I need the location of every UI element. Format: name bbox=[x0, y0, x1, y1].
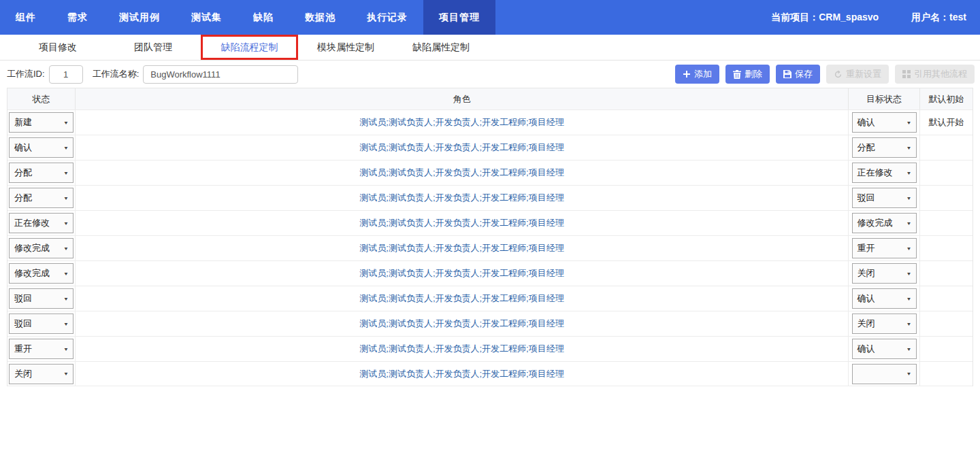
role-link[interactable]: 测试员;测试负责人;开发负责人;开发工程师;项目经理 bbox=[359, 368, 564, 380]
target-status-select[interactable]: 确认▼ bbox=[852, 288, 917, 309]
workflow-table: 状态 角色 目标状态 默认初始 新建▼ 测试员;测试负责人;开发负责人;开发工程… bbox=[7, 88, 973, 386]
workflow-toolbar: 工作流ID: 工作流名称: 添加 删除 保存 重新设置 bbox=[0, 61, 980, 88]
role-link[interactable]: 测试员;测试负责人;开发负责人;开发工程师;项目经理 bbox=[359, 318, 564, 330]
table-row: 分配▼ 测试员;测试负责人;开发负责人;开发工程师;项目经理 驳回▼ bbox=[7, 185, 973, 210]
tab-project-edit[interactable]: 项目修改 bbox=[10, 35, 105, 60]
nav-right-info: 当前项目：CRM_spasvo 用户名：test bbox=[771, 0, 980, 35]
nav-item-testsets[interactable]: 测试集 bbox=[176, 0, 238, 35]
status-select[interactable]: 正在修改▼ bbox=[9, 213, 74, 233]
chevron-down-icon: ▼ bbox=[63, 321, 69, 326]
status-select[interactable]: 驳回▼ bbox=[9, 288, 74, 309]
status-select[interactable]: 分配▼ bbox=[9, 163, 74, 183]
role-link[interactable]: 测试员;测试负责人;开发负责人;开发工程师;项目经理 bbox=[359, 141, 564, 154]
status-select[interactable]: 分配▼ bbox=[9, 188, 74, 208]
workflow-name-label: 工作流名称: bbox=[93, 68, 140, 80]
header-role: 角色 bbox=[76, 88, 849, 109]
save-icon bbox=[783, 70, 791, 78]
target-status-select[interactable]: 驳回▼ bbox=[852, 188, 917, 208]
target-status-select[interactable]: 修改完成▼ bbox=[852, 213, 917, 233]
target-status-select[interactable]: ▼ bbox=[852, 364, 917, 384]
tab-defect-attrs[interactable]: 缺陷属性定制 bbox=[393, 35, 489, 60]
role-link[interactable]: 测试员;测试负责人;开发负责人;开发工程师;项目经理 bbox=[359, 192, 564, 204]
current-project-label: 当前项目：CRM_spasvo bbox=[771, 12, 879, 24]
nav-item-requirements[interactable]: 需求 bbox=[52, 0, 103, 35]
chevron-down-icon: ▼ bbox=[63, 246, 69, 251]
save-button[interactable]: 保存 bbox=[776, 65, 820, 84]
workflow-id-label: 工作流ID: bbox=[7, 68, 45, 80]
table-row: 重开▼ 测试员;测试负责人;开发负责人;开发工程师;项目经理 确认▼ bbox=[7, 336, 973, 361]
reset-button[interactable]: 重新设置 bbox=[826, 65, 889, 84]
nav-item-components[interactable]: 组件 bbox=[0, 0, 52, 35]
role-link[interactable]: 测试员;测试负责人;开发负责人;开发工程师;项目经理 bbox=[359, 217, 564, 229]
tab-team-mgmt[interactable]: 团队管理 bbox=[105, 35, 201, 60]
nav-item-project-mgmt[interactable]: 项目管理 bbox=[423, 0, 495, 35]
table-row: 确认▼ 测试员;测试负责人;开发负责人;开发工程师;项目经理 分配▼ bbox=[7, 135, 973, 160]
chevron-down-icon: ▼ bbox=[63, 371, 69, 376]
chevron-down-icon: ▼ bbox=[63, 120, 69, 125]
target-status-select[interactable]: 确认▼ bbox=[852, 339, 917, 359]
chevron-down-icon: ▼ bbox=[906, 371, 912, 376]
chevron-down-icon: ▼ bbox=[63, 271, 69, 276]
target-status-select[interactable]: 关闭▼ bbox=[852, 263, 917, 284]
target-status-select[interactable]: 正在修改▼ bbox=[852, 163, 917, 183]
add-button[interactable]: 添加 bbox=[675, 65, 719, 84]
chevron-down-icon: ▼ bbox=[63, 296, 69, 301]
tab-module-attrs[interactable]: 模块属性定制 bbox=[298, 35, 393, 60]
role-link[interactable]: 测试员;测试负责人;开发负责人;开发工程师;项目经理 bbox=[359, 343, 564, 355]
nav-item-defects[interactable]: 缺陷 bbox=[238, 0, 289, 35]
chevron-down-icon: ▼ bbox=[906, 271, 912, 276]
chevron-down-icon: ▼ bbox=[906, 296, 912, 301]
status-select[interactable]: 驳回▼ bbox=[9, 314, 74, 334]
nav-item-testcases[interactable]: 测试用例 bbox=[103, 0, 176, 35]
sub-tabs: 项目修改 团队管理 缺陷流程定制 模块属性定制 缺陷属性定制 bbox=[0, 35, 980, 61]
role-link[interactable]: 测试员;测试负责人;开发负责人;开发工程师;项目经理 bbox=[359, 242, 564, 254]
table-row: 修改完成▼ 测试员;测试负责人;开发负责人;开发工程师;项目经理 重开▼ bbox=[7, 235, 973, 260]
tab-defect-workflow[interactable]: 缺陷流程定制 bbox=[201, 35, 298, 60]
chevron-down-icon: ▼ bbox=[63, 346, 69, 352]
refresh-icon bbox=[834, 70, 843, 79]
chevron-down-icon: ▼ bbox=[63, 170, 69, 175]
status-select[interactable]: 修改完成▼ bbox=[9, 238, 74, 258]
chevron-down-icon: ▼ bbox=[63, 220, 69, 226]
status-select[interactable]: 新建▼ bbox=[9, 112, 74, 133]
chevron-down-icon: ▼ bbox=[906, 145, 912, 150]
table-header: 状态 角色 目标状态 默认初始 bbox=[7, 88, 973, 109]
chevron-down-icon: ▼ bbox=[906, 346, 912, 352]
chevron-down-icon: ▼ bbox=[906, 321, 912, 326]
table-row: 关闭▼ 测试员;测试负责人;开发负责人;开发工程师;项目经理 ▼ bbox=[7, 361, 973, 386]
status-select[interactable]: 修改完成▼ bbox=[9, 263, 74, 284]
workflow-name-input[interactable] bbox=[143, 65, 298, 84]
target-status-select[interactable]: 重开▼ bbox=[852, 238, 917, 258]
chevron-down-icon: ▼ bbox=[63, 145, 69, 150]
target-status-select[interactable]: 分配▼ bbox=[852, 137, 917, 158]
role-link[interactable]: 测试员;测试负责人;开发负责人;开发工程师;项目经理 bbox=[359, 267, 564, 280]
delete-button[interactable]: 删除 bbox=[725, 65, 770, 84]
table-row: 新建▼ 测试员;测试负责人;开发负责人;开发工程师;项目经理 确认▼ 默认开始 bbox=[7, 109, 973, 135]
nav-item-exec-records[interactable]: 执行记录 bbox=[351, 0, 423, 35]
role-link[interactable]: 测试员;测试负责人;开发负责人;开发工程师;项目经理 bbox=[359, 292, 564, 305]
status-select[interactable]: 确认▼ bbox=[9, 137, 74, 158]
chevron-down-icon: ▼ bbox=[906, 220, 912, 226]
chevron-down-icon: ▼ bbox=[906, 120, 912, 125]
status-select[interactable]: 关闭▼ bbox=[9, 364, 74, 384]
role-link[interactable]: 测试员;测试负责人;开发负责人;开发工程师;项目经理 bbox=[359, 167, 564, 179]
import-workflow-button[interactable]: 引用其他流程 bbox=[895, 65, 975, 84]
table-row: 驳回▼ 测试员;测试负责人;开发负责人;开发工程师;项目经理 关闭▼ bbox=[7, 311, 973, 336]
role-link[interactable]: 测试员;测试负责人;开发负责人;开发工程师;项目经理 bbox=[359, 116, 564, 129]
target-status-select[interactable]: 确认▼ bbox=[852, 112, 917, 133]
status-select[interactable]: 重开▼ bbox=[9, 339, 74, 359]
chevron-down-icon: ▼ bbox=[906, 246, 912, 251]
target-status-select[interactable]: 关闭▼ bbox=[852, 314, 917, 334]
header-target-status: 目标状态 bbox=[849, 88, 920, 109]
chevron-down-icon: ▼ bbox=[906, 170, 912, 175]
table-row: 修改完成▼ 测试员;测试负责人;开发负责人;开发工程师;项目经理 关闭▼ bbox=[7, 260, 973, 286]
nav-item-datapool[interactable]: 数据池 bbox=[289, 0, 351, 35]
toolbar-buttons: 添加 删除 保存 重新设置 引用其他流程 bbox=[675, 65, 975, 84]
table-row: 正在修改▼ 测试员;测试负责人;开发负责人;开发工程师;项目经理 修改完成▼ bbox=[7, 210, 973, 235]
workflow-id-input[interactable] bbox=[49, 65, 83, 84]
username-label: 用户名：test bbox=[911, 12, 966, 24]
top-nav: 组件 需求 测试用例 测试集 缺陷 数据池 执行记录 项目管理 当前项目：CRM… bbox=[0, 0, 980, 35]
plus-icon bbox=[683, 70, 691, 78]
grid-icon bbox=[902, 70, 911, 78]
table-row: 驳回▼ 测试员;测试负责人;开发负责人;开发工程师;项目经理 确认▼ bbox=[7, 286, 973, 311]
